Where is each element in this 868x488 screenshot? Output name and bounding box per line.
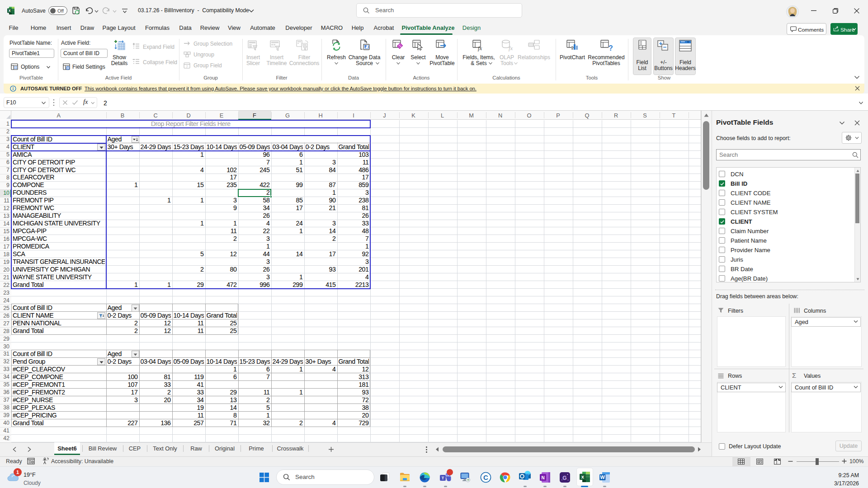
svg-text:?: ?: [609, 44, 613, 52]
svg-text:N: N: [541, 475, 544, 480]
svg-text:C: C: [483, 474, 488, 481]
svg-text:W: W: [600, 474, 605, 480]
svg-text:G: G: [562, 475, 566, 481]
svg-text:T: T: [442, 476, 444, 480]
svg-text:x: x: [9, 8, 11, 13]
svg-text:x: x: [581, 474, 585, 479]
svg-text:fx: fx: [478, 45, 482, 52]
svg-text:7: 7: [186, 65, 188, 68]
svg-text:fx: fx: [509, 45, 513, 52]
